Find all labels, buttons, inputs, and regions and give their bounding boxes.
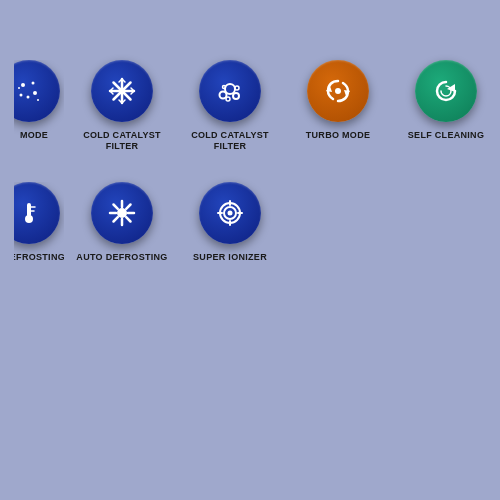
snowflake-icon — [106, 75, 138, 107]
cold-catalyst-2-circle[interactable] — [199, 60, 261, 122]
svg-point-45 — [228, 210, 233, 215]
svg-point-22 — [233, 93, 239, 99]
svg-point-6 — [18, 87, 20, 89]
auto-defrosting-circle[interactable] — [91, 182, 153, 244]
defrosting-label: DEFROSTING — [14, 252, 64, 263]
mode-circle[interactable] — [14, 60, 60, 122]
super-ionizer-label: SUPER IONIZER — [193, 252, 267, 263]
svg-point-21 — [220, 92, 227, 99]
item-super-ionizer[interactable]: SUPER IONIZER — [180, 182, 280, 263]
svg-point-28 — [335, 88, 341, 94]
starburst-icon — [106, 197, 138, 229]
svg-rect-30 — [27, 203, 31, 217]
stars-icon — [14, 75, 45, 107]
refresh-icon — [430, 75, 462, 107]
svg-point-1 — [32, 82, 35, 85]
defrosting-circle[interactable] — [14, 182, 60, 244]
svg-line-39 — [114, 204, 118, 208]
cold-catalyst-1-circle[interactable] — [91, 60, 153, 122]
svg-point-31 — [25, 215, 33, 223]
self-cleaning-circle[interactable] — [415, 60, 477, 122]
svg-line-42 — [114, 217, 118, 221]
main-container: MODE — [0, 0, 500, 292]
turbo-mode-circle[interactable] — [307, 60, 369, 122]
super-ionizer-circle[interactable] — [199, 182, 261, 244]
svg-point-5 — [37, 99, 39, 101]
item-cold-catalyst-1[interactable]: COLD CATALYST FILTER — [72, 60, 172, 152]
svg-point-25 — [223, 86, 226, 89]
auto-defrosting-label: AUTO DEFROSTING — [76, 252, 167, 263]
svg-line-40 — [126, 217, 130, 221]
item-mode[interactable]: MODE — [14, 60, 64, 141]
svg-point-3 — [33, 91, 37, 95]
self-cleaning-label: SELF CLEANING — [408, 130, 484, 141]
item-self-cleaning[interactable]: SELF CLEANING — [396, 60, 496, 141]
item-turbo-mode[interactable]: TURBO MODE — [288, 60, 388, 141]
row-1: MODE — [10, 60, 500, 152]
mode-label: MODE — [20, 130, 48, 141]
svg-point-24 — [235, 86, 239, 90]
svg-point-19 — [119, 88, 125, 94]
thermometer-icon — [14, 197, 45, 229]
item-defrosting[interactable]: DEFROSTING — [14, 182, 64, 263]
item-auto-defrosting[interactable]: AUTO DEFROSTING — [72, 182, 172, 263]
cold-catalyst-2-label: COLD CATALYST FILTER — [180, 130, 280, 152]
svg-point-4 — [27, 96, 30, 99]
svg-point-2 — [20, 94, 23, 97]
item-cold-catalyst-2[interactable]: COLD CATALYST FILTER — [180, 60, 280, 152]
cold-catalyst-1-label: COLD CATALYST FILTER — [72, 130, 172, 152]
svg-line-41 — [126, 204, 130, 208]
svg-point-0 — [21, 83, 25, 87]
bubbles-icon — [214, 75, 246, 107]
row-2: DEFROSTING AUTO DEFROSTING — [10, 182, 284, 263]
svg-point-23 — [226, 97, 230, 101]
turbo-mode-label: TURBO MODE — [306, 130, 371, 141]
target-icon — [214, 197, 246, 229]
recycle-icon — [322, 75, 354, 107]
